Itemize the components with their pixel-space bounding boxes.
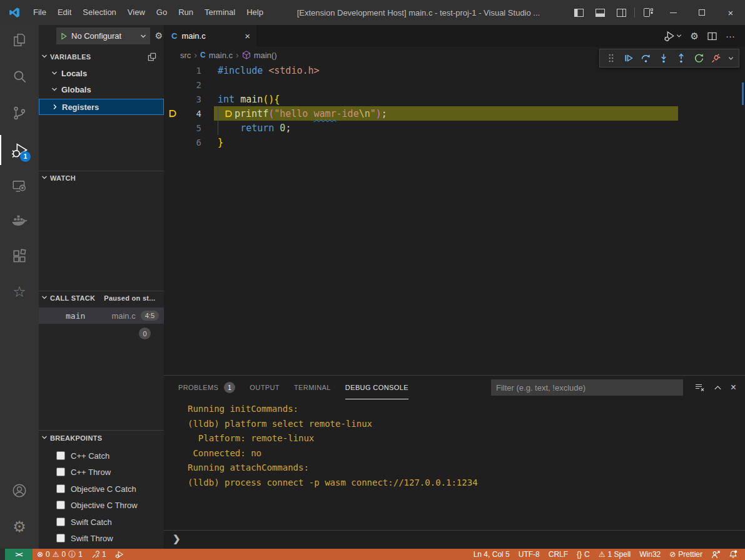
- step-out-icon[interactable]: [676, 52, 687, 64]
- breadcrumb-file[interactable]: main.c: [209, 51, 233, 60]
- feedback-person-icon[interactable]: [707, 549, 724, 560]
- checkbox[interactable]: [56, 484, 65, 493]
- tab-problems[interactable]: PROBLEMS 1: [178, 376, 235, 399]
- close-panel-icon[interactable]: ×: [731, 382, 736, 393]
- gear-icon[interactable]: ⚙: [691, 31, 699, 42]
- statusbar-corner: [0, 549, 5, 560]
- checkbox[interactable]: [56, 518, 65, 526]
- extensions-icon[interactable]: [0, 241, 39, 271]
- toggle-secondary-sidebar-icon[interactable]: [611, 0, 632, 25]
- star-extension-icon[interactable]: ☆: [0, 277, 39, 307]
- chevron-down-icon[interactable]: [676, 33, 682, 39]
- variables-scope-locals[interactable]: Locals: [39, 65, 164, 81]
- problems-status[interactable]: ⊗0 ⚠0 ⓘ1: [33, 549, 87, 560]
- cursor-position[interactable]: Ln 4, Col 5: [469, 549, 514, 560]
- token: }: [218, 137, 223, 148]
- braces-icon: {}: [577, 551, 582, 558]
- breakpoints-section-header[interactable]: BREAKPOINTS: [39, 431, 164, 445]
- close-button[interactable]: ×: [716, 0, 745, 25]
- toggle-sidebar-icon[interactable]: [568, 0, 589, 25]
- breakpoint-row[interactable]: Swift Throw: [39, 530, 164, 546]
- platform-status[interactable]: Win32: [635, 549, 665, 560]
- watch-section-header[interactable]: WATCH: [39, 171, 164, 185]
- close-tab-icon[interactable]: ×: [245, 31, 250, 41]
- restart-icon[interactable]: [693, 52, 705, 64]
- clear-console-icon[interactable]: [694, 382, 705, 392]
- menu-selection[interactable]: Selection: [77, 0, 121, 25]
- maximize-button[interactable]: [687, 0, 716, 25]
- remote-explorer-icon[interactable]: [0, 171, 39, 201]
- account-icon[interactable]: [0, 476, 39, 506]
- breakpoint-row[interactable]: Objective C Throw: [39, 497, 164, 513]
- menu-run[interactable]: Run: [173, 0, 199, 25]
- docker-icon[interactable]: [0, 206, 39, 236]
- console-line: Running attachCommands:: [188, 461, 739, 476]
- debug-status-icon[interactable]: [111, 549, 128, 560]
- chevron-down-icon: [51, 85, 58, 94]
- run-and-debug-icon[interactable]: 1: [0, 135, 39, 165]
- step-into-icon[interactable]: [657, 52, 669, 64]
- menu-view[interactable]: View: [122, 0, 151, 25]
- checkbox[interactable]: [56, 468, 65, 476]
- maximize-panel-icon[interactable]: [714, 384, 722, 391]
- toolbar-drag-grip[interactable]: [605, 52, 617, 64]
- checkbox[interactable]: [56, 451, 65, 460]
- run-or-debug-button[interactable]: [664, 31, 682, 41]
- filter-input[interactable]: [491, 379, 683, 396]
- disconnect-icon[interactable]: [711, 52, 722, 64]
- encoding[interactable]: UTF-8: [514, 549, 544, 560]
- remote-indicator[interactable]: ><: [5, 549, 33, 560]
- token: ;: [285, 122, 291, 134]
- menu-file[interactable]: File: [28, 0, 52, 25]
- breakpoint-row[interactable]: C++ Throw: [39, 464, 164, 480]
- settings-gear-icon[interactable]: ⚙: [0, 512, 39, 542]
- notifications-bell-icon[interactable]: [724, 549, 745, 560]
- tab-main-c[interactable]: C main.c ×: [164, 25, 256, 47]
- variables-scope-globals[interactable]: Globals: [39, 81, 164, 98]
- copy-value-icon[interactable]: [148, 52, 156, 61]
- breadcrumb-symbol[interactable]: main(): [254, 51, 277, 60]
- menu-terminal[interactable]: Terminal: [199, 0, 241, 25]
- checkbox[interactable]: [56, 501, 65, 509]
- variables-section-header[interactable]: VARIABLES: [39, 50, 164, 64]
- checkbox[interactable]: [56, 534, 65, 542]
- start-debug-icon[interactable]: [60, 32, 68, 40]
- customize-layout-icon[interactable]: [637, 0, 659, 25]
- menu-edit[interactable]: Edit: [52, 0, 77, 25]
- stack-frame-row[interactable]: main main.c 4:5: [39, 308, 164, 324]
- variables-scope-registers[interactable]: Registers: [39, 99, 164, 115]
- debug-settings-gear-icon[interactable]: ⚙: [155, 31, 163, 41]
- current-frame-arrow-icon[interactable]: [164, 109, 180, 118]
- info-count: 1: [78, 549, 83, 560]
- tab-output[interactable]: OUTPUT: [250, 376, 280, 399]
- minimize-button[interactable]: [659, 0, 687, 25]
- breakpoint-row[interactable]: C++ Catch: [39, 448, 164, 464]
- token: ): [376, 108, 382, 119]
- split-editor-icon[interactable]: [707, 32, 717, 41]
- spell-checker-status[interactable]: ⚠ 1 Spell: [594, 549, 635, 560]
- eol-sequence[interactable]: CRLF: [544, 549, 572, 560]
- tab-terminal[interactable]: TERMINAL: [294, 376, 331, 399]
- breakpoint-row[interactable]: Swift Catch: [39, 514, 164, 530]
- call-stack-section-header[interactable]: CALL STACK Paused on st...: [39, 291, 164, 305]
- language-mode[interactable]: {} C: [572, 549, 594, 560]
- more-actions-icon[interactable]: ···: [726, 31, 735, 41]
- continue-icon[interactable]: [622, 52, 634, 64]
- toggle-panel-icon[interactable]: [589, 0, 611, 25]
- breakpoint-row[interactable]: Objective C Catch: [39, 481, 164, 497]
- chevron-down-icon[interactable]: [728, 56, 734, 61]
- tools-status[interactable]: 1: [87, 549, 111, 560]
- token: #include: [218, 65, 263, 76]
- breadcrumb-folder[interactable]: src: [180, 51, 191, 60]
- menu-go[interactable]: Go: [151, 0, 173, 25]
- explorer-icon[interactable]: [0, 25, 39, 55]
- formatter-status[interactable]: ⊘ Prettier: [665, 549, 707, 560]
- search-icon[interactable]: [0, 62, 39, 92]
- source-control-icon[interactable]: [0, 98, 39, 128]
- menu-help[interactable]: Help: [241, 0, 269, 25]
- debug-config-dropdown[interactable]: No Configurat: [56, 28, 150, 44]
- tab-debug-console[interactable]: DEBUG CONSOLE: [345, 376, 408, 399]
- scope-label: Locals: [61, 69, 87, 78]
- step-over-icon[interactable]: [640, 52, 652, 64]
- repl-prompt-chevron[interactable]: ❯: [173, 533, 181, 544]
